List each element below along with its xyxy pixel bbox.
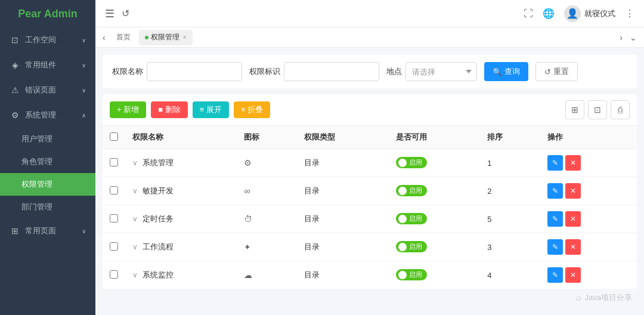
delete-row-button[interactable]: ✕ bbox=[565, 183, 581, 199]
add-label: + 新增 bbox=[117, 104, 139, 115]
edit-button[interactable]: ✎ bbox=[547, 183, 563, 199]
sidebar-label-permission: 权限管理 bbox=[21, 179, 52, 190]
delete-button[interactable]: ■ 删除 bbox=[151, 101, 187, 118]
refresh-icon[interactable]: ↺ bbox=[122, 8, 129, 19]
th-sort: 排序 bbox=[480, 126, 540, 149]
sidebar-item-role[interactable]: 角色管理 bbox=[0, 150, 95, 173]
components-icon: ◈ bbox=[10, 60, 20, 70]
row-checkbox[interactable] bbox=[110, 186, 118, 194]
delete-row-button[interactable]: ✕ bbox=[565, 155, 581, 171]
enabled-toggle[interactable]: 启用 bbox=[396, 269, 427, 280]
globe-icon[interactable]: 🌐 bbox=[543, 8, 555, 19]
code-label: 权限标识 bbox=[249, 66, 280, 77]
user-info[interactable]: 👤 就寝仪式 bbox=[564, 5, 615, 22]
cell-enabled: 启用 bbox=[389, 149, 481, 177]
tab-permission-label: 权限管理 bbox=[151, 32, 179, 42]
more-icon[interactable]: ⋮ bbox=[625, 8, 634, 19]
topbar: ☰ ↺ ⛶ 🌐 👤 就寝仪式 ⋮ bbox=[95, 0, 644, 27]
menu-toggle-icon[interactable]: ☰ bbox=[105, 7, 114, 20]
sidebar-item-error[interactable]: ⚠ 错误页面 ∨ bbox=[0, 78, 95, 103]
delete-row-button[interactable]: ✕ bbox=[565, 267, 581, 283]
edit-button[interactable]: ✎ bbox=[547, 155, 563, 171]
name-input[interactable] bbox=[147, 62, 242, 81]
form-item-name: 权限名称 bbox=[112, 62, 242, 81]
edit-button[interactable]: ✎ bbox=[547, 267, 563, 283]
sidebar-item-system[interactable]: ⚙ 系统管理 ∧ bbox=[0, 103, 95, 128]
sidebar-item-components[interactable]: ◈ 常用组件 ∨ bbox=[0, 52, 95, 78]
collapse-button[interactable]: ≡ 折叠 bbox=[234, 101, 270, 118]
tab-nav-next[interactable]: › bbox=[617, 33, 625, 42]
location-select[interactable]: 请选择 bbox=[405, 62, 477, 81]
tab-permission[interactable]: 权限管理 × bbox=[139, 30, 193, 45]
add-button[interactable]: + 新增 bbox=[110, 101, 146, 118]
cell-sort: 3 bbox=[480, 233, 540, 261]
error-icon: ⚠ bbox=[10, 85, 20, 95]
reset-button[interactable]: ↺ 重置 bbox=[535, 62, 578, 81]
cell-name: ∨ 敏捷开发 bbox=[125, 177, 237, 205]
row-checkbox[interactable] bbox=[110, 214, 118, 223]
fullscreen-icon[interactable]: ⛶ bbox=[524, 8, 533, 19]
avatar: 👤 bbox=[564, 5, 581, 22]
workspace-icon: ⊡ bbox=[10, 35, 20, 45]
row-checkbox[interactable] bbox=[110, 270, 118, 279]
sidebar-item-common-pages[interactable]: ⊞ 常用页面 ∨ bbox=[0, 218, 95, 243]
expand-row-icon[interactable]: ∨ bbox=[132, 187, 138, 195]
query-button[interactable]: 🔍 查询 bbox=[484, 62, 528, 81]
sidebar-item-permission[interactable]: 权限管理 bbox=[0, 173, 95, 196]
print-button[interactable]: ⎙ bbox=[611, 100, 630, 119]
export-button[interactable]: ⊡ bbox=[588, 100, 607, 119]
sidebar-logo: Pear Admin bbox=[0, 0, 95, 27]
table-row: ∨ 敏捷开发 ∞ 目录 启用 2 ✎ ✕ bbox=[103, 177, 637, 205]
edit-button[interactable]: ✎ bbox=[547, 211, 563, 227]
query-icon: 🔍 bbox=[493, 67, 502, 76]
select-all-checkbox[interactable] bbox=[110, 132, 118, 141]
enabled-toggle[interactable]: 启用 bbox=[396, 185, 427, 196]
tab-nav-prev[interactable]: ‹ bbox=[100, 33, 108, 42]
sidebar-label-dept: 部门管理 bbox=[21, 202, 52, 212]
delete-row-button[interactable]: ✕ bbox=[565, 211, 581, 227]
toggle-circle bbox=[398, 271, 407, 279]
enabled-toggle[interactable]: 启用 bbox=[396, 241, 427, 252]
sidebar-item-dept[interactable]: 部门管理 bbox=[0, 196, 95, 218]
expand-row-icon[interactable]: ∨ bbox=[132, 159, 138, 167]
expand-row-icon[interactable]: ∨ bbox=[132, 243, 138, 251]
code-input[interactable] bbox=[284, 62, 379, 81]
row-actions: ✎ ✕ bbox=[547, 155, 630, 171]
expand-row-icon[interactable]: ∨ bbox=[132, 215, 138, 223]
chevron-workspace-icon: ∨ bbox=[82, 37, 86, 44]
expand-row-icon[interactable]: ∨ bbox=[132, 271, 138, 279]
tab-home[interactable]: 首页 bbox=[110, 30, 137, 45]
expand-label: ≡ 展开 bbox=[200, 104, 222, 115]
th-enabled: 是否可用 bbox=[389, 126, 481, 149]
row-checkbox[interactable] bbox=[110, 158, 118, 166]
query-label: 查询 bbox=[504, 66, 520, 77]
tab-settings-icon[interactable]: ⌄ bbox=[627, 33, 639, 42]
toggle-circle bbox=[398, 243, 407, 251]
column-settings-button[interactable]: ⊞ bbox=[565, 100, 584, 119]
toolbar-right: ⊞ ⊡ ⎙ bbox=[565, 100, 630, 119]
common-pages-icon: ⊞ bbox=[10, 226, 20, 236]
chevron-components-icon: ∨ bbox=[82, 62, 86, 69]
cell-checkbox bbox=[103, 261, 125, 289]
cell-icon: ⏱ bbox=[237, 205, 297, 233]
sidebar-item-user[interactable]: 用户管理 bbox=[0, 128, 95, 150]
expand-button[interactable]: ≡ 展开 bbox=[193, 101, 229, 118]
app-title: Pear Admin bbox=[18, 8, 77, 20]
topbar-right: ⛶ 🌐 👤 就寝仪式 ⋮ bbox=[524, 5, 634, 22]
enabled-toggle[interactable]: 启用 bbox=[396, 157, 427, 168]
perm-icon: ☁ bbox=[244, 270, 252, 280]
row-checkbox[interactable] bbox=[110, 242, 118, 251]
enabled-toggle[interactable]: 启用 bbox=[396, 213, 427, 224]
tab-close-icon[interactable]: × bbox=[183, 34, 187, 41]
delete-row-button[interactable]: ✕ bbox=[565, 239, 581, 255]
delete-label: ■ 删除 bbox=[158, 104, 180, 115]
row-actions: ✎ ✕ bbox=[547, 211, 630, 227]
sidebar-label-system: 系统管理 bbox=[25, 110, 56, 121]
edit-button[interactable]: ✎ bbox=[547, 239, 563, 255]
sidebar-item-workspace[interactable]: ⊡ 工作空间 ∨ bbox=[0, 27, 95, 52]
table-row: ∨ 工作流程 ✦ 目录 启用 3 ✎ ✕ bbox=[103, 233, 637, 261]
header-row: 权限名称 图标 权限类型 是否可用 排序 操作 bbox=[103, 126, 637, 149]
table-row: ∨ 定时任务 ⏱ 目录 启用 5 ✎ ✕ bbox=[103, 205, 637, 233]
sidebar-label-common-pages: 常用页面 bbox=[25, 226, 56, 236]
cell-sort: 5 bbox=[480, 205, 540, 233]
